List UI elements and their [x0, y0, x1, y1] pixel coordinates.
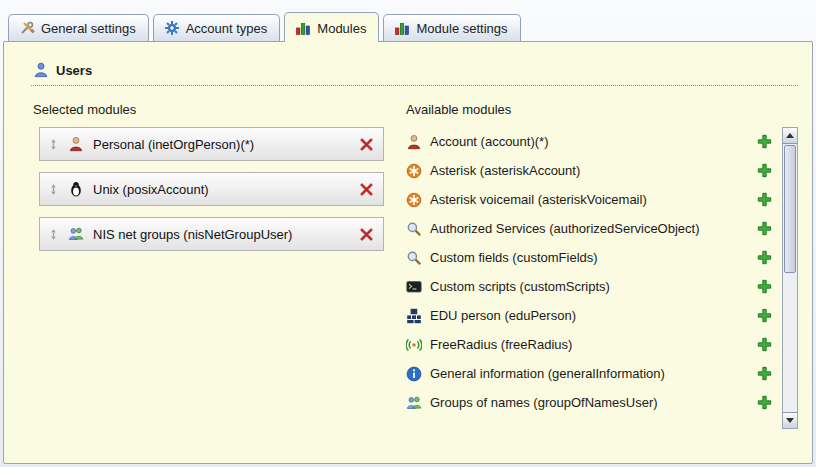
delete-icon	[359, 182, 374, 197]
asterisk-icon	[406, 192, 422, 208]
plus-icon	[757, 366, 772, 381]
available-module-label: General information (generalInformation)	[430, 366, 665, 381]
users-section-header: Users	[31, 60, 798, 86]
selected-modules-list: Personal (inetOrgPerson)(*)Unix (posixAc…	[31, 127, 404, 251]
available-module-row: Account (account)(*)	[404, 127, 778, 156]
tab-module-settings[interactable]: Module settings	[383, 14, 520, 41]
chart-icon	[394, 20, 410, 36]
plus-icon	[757, 395, 772, 410]
group-icon	[68, 226, 84, 242]
tab-account-types[interactable]: Account types	[153, 14, 281, 41]
available-module-label: EDU person (eduPerson)	[430, 308, 576, 323]
plus-icon	[757, 337, 772, 352]
add-module-button[interactable]	[757, 366, 772, 381]
drag-handle-icon[interactable]	[48, 229, 59, 240]
add-module-button[interactable]	[757, 337, 772, 352]
available-module-row: Asterisk (asteriskAccount)	[404, 156, 778, 185]
settings-panel: Users Selected modules Personal (inetOrg…	[3, 41, 813, 464]
available-module-row: EDU person (eduPerson)	[404, 301, 778, 330]
module-columns: Selected modules Personal (inetOrgPerson…	[31, 100, 798, 429]
selected-module-label: NIS net groups (nisNetGroupUser)	[93, 227, 292, 242]
remove-module-button[interactable]	[359, 182, 374, 197]
add-module-button[interactable]	[757, 221, 772, 236]
down-arrow-icon	[786, 418, 794, 423]
scroll-up-button[interactable]	[783, 128, 797, 144]
user-icon	[33, 62, 49, 78]
available-module-row: Groups of names (groupOfNamesUser)	[404, 388, 778, 417]
person-icon	[406, 134, 422, 150]
selected-modules-heading: Selected modules	[31, 100, 404, 127]
remove-module-button[interactable]	[359, 137, 374, 152]
available-module-label: Custom scripts (customScripts)	[430, 279, 610, 294]
plus-icon	[757, 279, 772, 294]
available-module-label: Groups of names (groupOfNamesUser)	[430, 395, 658, 410]
grid-icon	[406, 308, 422, 324]
drag-handle-icon[interactable]	[48, 184, 59, 195]
drag-handle-icon[interactable]	[48, 139, 59, 150]
tools-icon	[19, 20, 35, 36]
tab-modules[interactable]: Modules	[284, 12, 379, 42]
magnifier-icon	[406, 221, 422, 237]
available-module-label: Authorized Services (authorizedServiceOb…	[430, 221, 700, 236]
selected-module-row[interactable]: NIS net groups (nisNetGroupUser)	[39, 217, 384, 251]
scrollbar[interactable]	[782, 127, 798, 429]
available-module-label: FreeRadius (freeRadius)	[430, 337, 572, 352]
plus-icon	[757, 250, 772, 265]
gear-icon	[164, 20, 180, 36]
available-module-label: Asterisk (asteriskAccount)	[430, 163, 580, 178]
scroll-down-button[interactable]	[783, 412, 797, 428]
selected-module-row[interactable]: Unix (posixAccount)	[39, 172, 384, 206]
available-module-row: Asterisk voicemail (asteriskVoicemail)	[404, 185, 778, 214]
available-modules-wrap: Account (account)(*)Asterisk (asteriskAc…	[404, 127, 798, 429]
up-arrow-icon	[786, 133, 794, 138]
plus-icon	[757, 308, 772, 323]
available-module-label: Asterisk voicemail (asteriskVoicemail)	[430, 192, 647, 207]
chart-icon	[295, 20, 311, 36]
available-module-row: Authorized Services (authorizedServiceOb…	[404, 214, 778, 243]
plus-icon	[757, 134, 772, 149]
tab-label: Modules	[317, 21, 366, 36]
plus-icon	[757, 221, 772, 236]
info-icon	[406, 366, 422, 382]
asterisk-icon	[406, 163, 422, 179]
person-icon	[68, 136, 84, 152]
delete-icon	[359, 137, 374, 152]
plus-icon	[757, 192, 772, 207]
selected-module-label: Personal (inetOrgPerson)(*)	[93, 137, 254, 152]
available-module-label: Custom fields (customFields)	[430, 250, 598, 265]
add-module-button[interactable]	[757, 395, 772, 410]
selected-modules-column: Selected modules Personal (inetOrgPerson…	[31, 100, 404, 429]
scrollbar-thumb[interactable]	[784, 145, 796, 273]
available-modules-heading: Available modules	[404, 100, 798, 127]
magnifier-icon	[406, 250, 422, 266]
selected-module-label: Unix (posixAccount)	[93, 182, 209, 197]
tab-label: Module settings	[416, 21, 507, 36]
available-modules-column: Available modules Account (account)(*)As…	[404, 100, 798, 429]
available-module-label: Account (account)(*)	[430, 134, 549, 149]
terminal-icon	[406, 279, 422, 295]
available-module-row: General information (generalInformation)	[404, 359, 778, 388]
plus-icon	[757, 163, 772, 178]
tab-label: Account types	[186, 21, 268, 36]
add-module-button[interactable]	[757, 250, 772, 265]
available-module-row: FreeRadius (freeRadius)	[404, 330, 778, 359]
available-module-row: Custom scripts (customScripts)	[404, 272, 778, 301]
remove-module-button[interactable]	[359, 227, 374, 242]
tab-label: General settings	[41, 21, 136, 36]
tab-bar: General settingsAccount typesModulesModu…	[8, 0, 521, 41]
antenna-icon	[406, 337, 422, 353]
add-module-button[interactable]	[757, 279, 772, 294]
selected-module-row[interactable]: Personal (inetOrgPerson)(*)	[39, 127, 384, 161]
page-title: Users	[56, 63, 92, 78]
delete-icon	[359, 227, 374, 242]
group-icon	[406, 395, 422, 411]
penguin-icon	[68, 181, 84, 197]
add-module-button[interactable]	[757, 134, 772, 149]
scrollbar-track[interactable]	[783, 144, 797, 412]
available-modules-list: Account (account)(*)Asterisk (asteriskAc…	[404, 127, 778, 429]
tab-general-settings[interactable]: General settings	[8, 14, 149, 41]
available-module-row: Custom fields (customFields)	[404, 243, 778, 272]
add-module-button[interactable]	[757, 192, 772, 207]
add-module-button[interactable]	[757, 308, 772, 323]
add-module-button[interactable]	[757, 163, 772, 178]
